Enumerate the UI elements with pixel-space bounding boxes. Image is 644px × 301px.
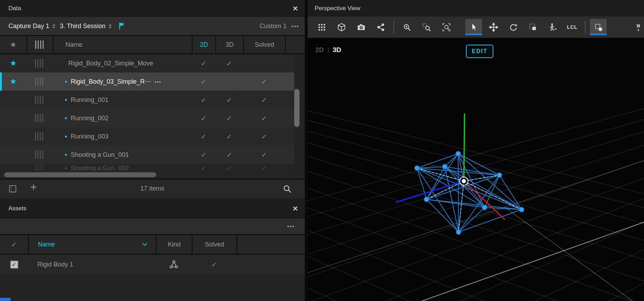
column-header-tracks[interactable] [26,36,53,53]
assets-menu-icon[interactable]: ••• [287,223,295,229]
take-name[interactable]: Shooting a Gun_001 [71,151,129,159]
column-header-enabled[interactable]: ✓ [0,235,28,254]
flag-icon[interactable] [118,22,126,30]
check-2d: ✓ [201,151,207,159]
column-header-solved[interactable]: Solved [243,36,285,53]
select-tool-button[interactable] [465,19,482,35]
column-header-2d[interactable]: 2D [192,36,215,53]
viewport-3d[interactable]: 2D | 3D EDIT [308,38,644,301]
mode-toggle-divider: | [327,46,329,54]
lcl-coordinate-button[interactable]: LCL [564,19,581,35]
check-3d: ✓ [227,133,232,141]
viewport-titlebar: Perspective View [308,0,644,17]
column-header-3d[interactable]: 3D [215,36,243,53]
take-row[interactable]: •Running_001 ✓ ✓ ✓ [0,91,294,109]
check-2d: ✓ [201,78,207,86]
close-icon[interactable]: × [293,4,298,13]
take-row[interactable]: •Shooting a Gun_001 ✓ ✓ ✓ [0,146,294,164]
zoom-region-icon[interactable] [418,19,435,35]
vertical-scrollbar-thumb[interactable] [294,89,299,127]
close-icon[interactable]: × [293,204,298,213]
check-3d: ✓ [227,59,232,68]
toolbar-overflow-button[interactable]: » ▾ [636,23,640,32]
asset-name[interactable]: Rigid Body 1 [28,261,156,268]
asset-row[interactable]: ✓ Rigid Body 1 ✓ [0,255,305,274]
items-count-label: 17 items [0,185,305,192]
take-row-partial[interactable]: •Shooting a Gun_002 ✓ ✓ ✓ [0,164,294,171]
bars-icon [35,164,44,171]
camera-icon[interactable] [353,19,370,35]
mode-3d-button[interactable]: 3D [333,46,341,54]
bullet-icon: • [65,151,67,159]
session-bar: Capture Day 1 3. Third Session Custom 1 … [0,17,305,35]
bullet-icon: • [65,164,67,171]
assets-panel-title: Assets [8,205,26,212]
rotate-tool-icon[interactable] [505,19,522,35]
skeleton-actor-icon[interactable] [544,19,561,35]
search-icon[interactable] [283,184,292,195]
axis-y-up [464,114,465,182]
assets-toolbar: ••• [0,218,305,235]
zoom-to-cursor-icon[interactable] [398,19,415,35]
take-row-selected[interactable]: ★ •Rigid_Body_03_Simple_R⋯••• ✓ ✓ [0,72,294,91]
asset-enabled-checkbox[interactable]: ✓ [10,261,18,269]
mode-2d-button[interactable]: 2D [315,46,324,54]
check-3d: ✓ [227,164,232,171]
viewport-toolbar: LCL » ▾ [308,17,644,38]
markers-icon[interactable] [372,19,389,35]
take-row[interactable]: •Running_002 ✓ ✓ ✓ [0,109,294,127]
column-header-star[interactable]: ★ [0,36,26,53]
session-name-selector[interactable]: 3. Third Session [60,23,106,30]
depth-layer-icon[interactable] [524,19,541,35]
chevron-updown-icon[interactable] [108,24,112,28]
chevron-updown-icon[interactable] [52,24,56,28]
session-menu-icon[interactable]: ••• [291,23,299,29]
row-menu-icon[interactable]: ••• [154,79,162,84]
rigid-body-edge [445,167,485,207]
layout-preset-label[interactable]: Custom 1 [259,23,286,30]
grid-line-bright [505,207,644,301]
check-2d: ✓ [201,133,207,141]
assets-panel-titlebar: Assets × [0,199,305,218]
take-row[interactable]: •Running_003 ✓ ✓ ✓ [0,127,294,146]
take-name[interactable]: Running_001 [71,96,108,104]
takes-list-header: ★ Name 2D 3D Solved [0,35,305,54]
star-icon[interactable]: ★ [10,59,17,68]
take-name[interactable]: Rigid_Body_02_Simple_Move [68,60,153,67]
marker-dot [424,197,429,202]
bars-icon [35,114,44,122]
bullet-icon: • [65,96,67,104]
bars-icon [35,59,44,68]
edit-button[interactable]: EDIT [466,45,493,58]
take-name[interactable]: Rigid_Body_03_Simple_R⋯ [71,78,151,85]
cube-view-icon[interactable] [333,19,350,35]
column-header-asset-name[interactable]: Name [28,235,156,254]
check-2d: ✓ [201,114,207,122]
rigid-body-kind-icon [156,259,192,270]
viewport-title: Perspective View [315,5,360,12]
region-select-tool-button[interactable] [590,19,607,35]
marker-dot [442,164,447,169]
panel-divider[interactable] [305,0,308,301]
check-solved: ✓ [261,164,267,171]
zoom-fit-icon[interactable] [438,19,455,35]
grid-line [505,38,644,301]
column-header-name[interactable]: Name [53,36,192,53]
take-name[interactable]: Shooting a Gun_002 [71,165,129,171]
translate-tool-icon[interactable] [485,19,502,35]
column-header-asset-solved[interactable]: Solved [192,235,236,254]
bars-icon [35,96,44,104]
star-icon[interactable]: ★ [10,77,17,86]
grid-menu-icon[interactable] [313,19,330,35]
horizontal-scrollbar-thumb[interactable] [4,172,156,177]
bullet-icon: • [65,78,67,86]
caret-down-icon: ▾ [637,28,639,32]
data-panel-title: Data [8,5,21,12]
take-name[interactable]: Running_002 [71,115,108,122]
column-header-kind[interactable]: Kind [156,235,192,254]
horizontal-scrollbar[interactable] [0,171,305,179]
take-row[interactable]: ★ Rigid_Body_02_Simple_Move ✓ ✓ [0,54,294,72]
chevron-down-icon[interactable] [142,241,147,248]
take-name[interactable]: Running_003 [71,133,108,140]
session-day-selector[interactable]: Capture Day 1 [8,23,49,30]
